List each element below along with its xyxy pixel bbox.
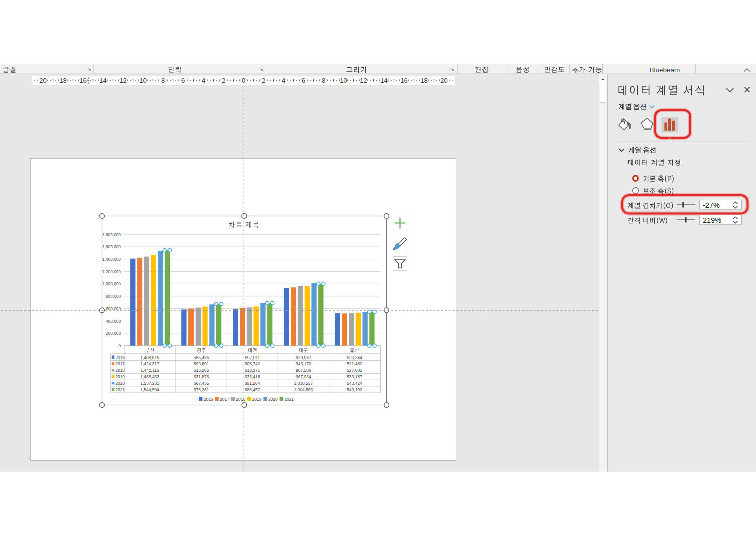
- svg-text:967,206: 967,206: [296, 368, 311, 373]
- svg-text:2016: 2016: [116, 355, 125, 360]
- svg-text:599,891: 599,891: [194, 361, 209, 366]
- svg-text:2017: 2017: [220, 397, 229, 402]
- svg-text:4: 4: [282, 77, 285, 84]
- svg-text:1,442,115: 1,442,115: [141, 368, 159, 373]
- svg-text:6: 6: [302, 77, 305, 84]
- svg-text:0: 0: [118, 343, 121, 348]
- svg-text:2021: 2021: [116, 387, 125, 392]
- svg-text:4: 4: [202, 77, 205, 84]
- svg-text:527,085: 527,085: [347, 368, 362, 373]
- svg-text:12: 12: [360, 77, 367, 84]
- svg-text:10: 10: [340, 77, 347, 84]
- svg-text:14: 14: [99, 77, 106, 84]
- svg-text:605,742: 605,742: [245, 361, 260, 366]
- svg-text:20: 20: [39, 77, 46, 84]
- svg-text:6: 6: [181, 77, 185, 84]
- svg-text:1,200,000: 1,200,000: [102, 269, 121, 274]
- svg-text:1,004,563: 1,004,563: [294, 387, 313, 392]
- svg-text:10: 10: [139, 77, 146, 84]
- svg-text:1,544,504: 1,544,504: [140, 387, 159, 392]
- svg-text:1,000,000: 1,000,000: [102, 281, 121, 286]
- svg-text:8: 8: [322, 77, 325, 84]
- svg-text:18: 18: [420, 77, 427, 84]
- svg-text:12: 12: [119, 77, 126, 84]
- svg-text:616,265: 616,265: [194, 368, 209, 373]
- svg-text:2019: 2019: [252, 397, 262, 402]
- svg-text:521,482: 521,482: [347, 361, 362, 366]
- svg-text:2017: 2017: [116, 361, 125, 366]
- svg-text:2020: 2020: [116, 381, 125, 386]
- svg-text:2018: 2018: [116, 368, 125, 373]
- svg-text:200,000: 200,000: [106, 331, 121, 336]
- svg-text:219%: 219%: [703, 216, 721, 224]
- svg-text:2019: 2019: [116, 374, 125, 379]
- svg-text:1,600,000: 1,600,000: [102, 244, 121, 249]
- svg-text:549,102: 549,102: [347, 387, 362, 392]
- svg-text:1,465,433: 1,465,433: [140, 374, 159, 379]
- svg-text:2021: 2021: [284, 397, 294, 402]
- svg-text:667,435: 667,435: [194, 381, 209, 386]
- svg-text:1,408,615: 1,408,615: [140, 355, 159, 360]
- svg-text:18: 18: [59, 77, 66, 84]
- svg-text:691,264: 691,264: [245, 381, 260, 386]
- svg-text:633,418: 633,418: [245, 374, 260, 379]
- svg-text:1,010,557: 1,010,557: [294, 381, 313, 386]
- svg-text:0: 0: [242, 77, 245, 84]
- svg-text:631,876: 631,876: [194, 374, 209, 379]
- svg-text:1,800,000: 1,800,000: [102, 232, 121, 237]
- svg-text:618,271: 618,271: [245, 368, 260, 373]
- svg-text:8: 8: [161, 77, 165, 84]
- svg-text:543,424: 543,424: [347, 381, 362, 386]
- svg-text:967,934: 967,934: [296, 374, 311, 379]
- svg-text:585,486: 585,486: [194, 355, 209, 360]
- svg-text:Bluebeam: Bluebeam: [649, 66, 680, 74]
- svg-text:2016: 2016: [204, 397, 213, 402]
- svg-text:523,344: 523,344: [347, 355, 362, 360]
- svg-text:597,011: 597,011: [245, 355, 260, 360]
- svg-text:14: 14: [380, 77, 387, 84]
- svg-text:16: 16: [400, 77, 407, 84]
- svg-text:2: 2: [222, 77, 225, 84]
- svg-text:676,261: 676,261: [194, 387, 209, 392]
- svg-text:688,457: 688,457: [245, 387, 260, 392]
- svg-text:1,424,317: 1,424,317: [140, 361, 159, 366]
- svg-text:20: 20: [440, 77, 447, 84]
- svg-text:400,000: 400,000: [106, 319, 121, 324]
- svg-text:929,087: 929,087: [296, 355, 311, 360]
- svg-text:2020: 2020: [268, 397, 278, 402]
- svg-text:800,000: 800,000: [106, 294, 121, 299]
- svg-text:16: 16: [79, 77, 86, 84]
- svg-text:533,187: 533,187: [347, 374, 362, 379]
- svg-text:943,170: 943,170: [296, 361, 311, 366]
- svg-text:1,537,281: 1,537,281: [140, 381, 159, 386]
- svg-text:1,400,000: 1,400,000: [102, 257, 121, 262]
- svg-text:-27%: -27%: [703, 201, 720, 209]
- svg-text:2: 2: [262, 77, 265, 84]
